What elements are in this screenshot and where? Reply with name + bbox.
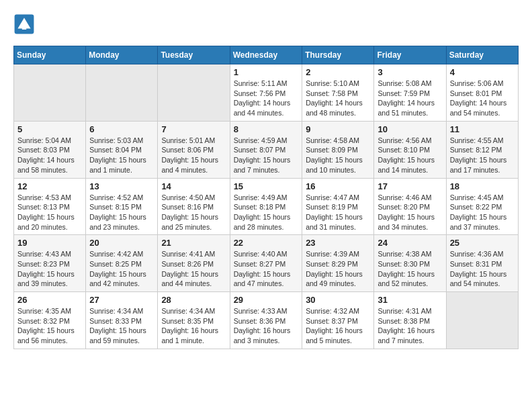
page-header — [13, 13, 519, 35]
logo — [13, 13, 38, 35]
day-cell: 29Sunrise: 4:33 AMSunset: 8:36 PMDayligh… — [230, 292, 302, 349]
week-row-2: 5Sunrise: 5:04 AMSunset: 8:03 PMDaylight… — [14, 121, 519, 178]
header-cell-thursday: Thursday — [302, 46, 374, 64]
day-info: Sunrise: 4:34 AMSunset: 8:35 PMDaylight:… — [161, 306, 226, 346]
day-info: Sunrise: 5:10 AMSunset: 7:58 PMDaylight:… — [306, 79, 370, 118]
day-number: 29 — [234, 295, 299, 305]
day-number: 18 — [450, 181, 515, 191]
day-cell: 6Sunrise: 5:03 AMSunset: 8:04 PMDaylight… — [86, 121, 158, 178]
day-cell: 14Sunrise: 4:50 AMSunset: 8:16 PMDayligh… — [158, 178, 230, 235]
day-number: 27 — [89, 295, 154, 305]
header-cell-friday: Friday — [374, 46, 446, 64]
calendar-header: SundayMondayTuesdayWednesdayThursdayFrid… — [14, 46, 519, 64]
day-cell: 26Sunrise: 4:35 AMSunset: 8:32 PMDayligh… — [14, 292, 86, 349]
day-info: Sunrise: 4:35 AMSunset: 8:32 PMDaylight:… — [17, 306, 82, 346]
day-info: Sunrise: 5:03 AMSunset: 8:04 PMDaylight:… — [89, 136, 154, 175]
day-number: 21 — [161, 238, 226, 248]
day-cell — [14, 64, 86, 122]
week-row-3: 12Sunrise: 4:53 AMSunset: 8:13 PMDayligh… — [14, 178, 519, 235]
day-cell — [86, 64, 158, 122]
day-info: Sunrise: 4:52 AMSunset: 8:15 PMDaylight:… — [89, 193, 154, 232]
day-number: 15 — [234, 181, 299, 191]
day-number: 4 — [450, 67, 515, 77]
svg-rect-2 — [22, 24, 26, 30]
day-info: Sunrise: 4:53 AMSunset: 8:13 PMDaylight:… — [17, 193, 82, 232]
day-number: 16 — [306, 181, 370, 191]
day-cell: 21Sunrise: 4:41 AMSunset: 8:26 PMDayligh… — [158, 235, 230, 292]
day-cell: 22Sunrise: 4:40 AMSunset: 8:27 PMDayligh… — [230, 235, 302, 292]
day-info: Sunrise: 4:36 AMSunset: 8:31 PMDaylight:… — [450, 249, 515, 289]
day-info: Sunrise: 4:38 AMSunset: 8:30 PMDaylight:… — [378, 249, 442, 289]
day-number: 14 — [161, 181, 226, 191]
calendar-body: 1Sunrise: 5:11 AMSunset: 7:56 PMDaylight… — [14, 64, 519, 349]
day-info: Sunrise: 4:50 AMSunset: 8:16 PMDaylight:… — [161, 193, 226, 232]
day-number: 31 — [378, 295, 442, 305]
day-info: Sunrise: 5:04 AMSunset: 8:03 PMDaylight:… — [17, 136, 82, 175]
day-info: Sunrise: 4:43 AMSunset: 8:23 PMDaylight:… — [17, 249, 82, 289]
day-number: 8 — [234, 124, 299, 134]
header-cell-monday: Monday — [86, 46, 158, 64]
day-number: 30 — [306, 295, 370, 305]
day-info: Sunrise: 4:41 AMSunset: 8:26 PMDaylight:… — [161, 249, 226, 289]
day-number: 23 — [306, 238, 370, 248]
day-number: 13 — [89, 181, 154, 191]
day-number: 7 — [161, 124, 226, 134]
day-cell: 10Sunrise: 4:56 AMSunset: 8:10 PMDayligh… — [374, 121, 446, 178]
day-info: Sunrise: 4:56 AMSunset: 8:10 PMDaylight:… — [378, 136, 442, 175]
day-info: Sunrise: 4:46 AMSunset: 8:20 PMDaylight:… — [378, 193, 442, 232]
day-cell: 17Sunrise: 4:46 AMSunset: 8:20 PMDayligh… — [374, 178, 446, 235]
day-cell: 11Sunrise: 4:55 AMSunset: 8:12 PMDayligh… — [446, 121, 518, 178]
day-number: 17 — [378, 181, 442, 191]
day-info: Sunrise: 5:08 AMSunset: 7:59 PMDaylight:… — [378, 79, 442, 118]
day-cell: 15Sunrise: 4:49 AMSunset: 8:18 PMDayligh… — [230, 178, 302, 235]
day-cell: 18Sunrise: 4:45 AMSunset: 8:22 PMDayligh… — [446, 178, 518, 235]
day-number: 6 — [89, 124, 154, 134]
day-number: 28 — [161, 295, 226, 305]
day-number: 10 — [378, 124, 442, 134]
day-cell: 16Sunrise: 4:47 AMSunset: 8:19 PMDayligh… — [302, 178, 374, 235]
day-cell: 13Sunrise: 4:52 AMSunset: 8:15 PMDayligh… — [86, 178, 158, 235]
day-info: Sunrise: 4:34 AMSunset: 8:33 PMDaylight:… — [89, 306, 154, 346]
day-number: 5 — [17, 124, 82, 134]
day-cell: 2Sunrise: 5:10 AMSunset: 7:58 PMDaylight… — [302, 64, 374, 122]
day-cell: 3Sunrise: 5:08 AMSunset: 7:59 PMDaylight… — [374, 64, 446, 122]
day-number: 19 — [17, 238, 82, 248]
day-cell — [158, 64, 230, 122]
day-number: 25 — [450, 238, 515, 248]
day-cell: 19Sunrise: 4:43 AMSunset: 8:23 PMDayligh… — [14, 235, 86, 292]
day-cell: 8Sunrise: 4:59 AMSunset: 8:07 PMDaylight… — [230, 121, 302, 178]
day-info: Sunrise: 4:55 AMSunset: 8:12 PMDaylight:… — [450, 136, 515, 175]
day-info: Sunrise: 4:58 AMSunset: 8:09 PMDaylight:… — [306, 136, 370, 175]
day-number: 12 — [17, 181, 82, 191]
day-cell — [446, 292, 518, 349]
day-number: 20 — [89, 238, 154, 248]
day-info: Sunrise: 4:59 AMSunset: 8:07 PMDaylight:… — [234, 136, 299, 175]
day-cell: 20Sunrise: 4:42 AMSunset: 8:25 PMDayligh… — [86, 235, 158, 292]
day-cell: 4Sunrise: 5:06 AMSunset: 8:01 PMDaylight… — [446, 64, 518, 122]
day-number: 3 — [378, 67, 442, 77]
day-info: Sunrise: 4:33 AMSunset: 8:36 PMDaylight:… — [234, 306, 299, 346]
day-info: Sunrise: 4:45 AMSunset: 8:22 PMDaylight:… — [450, 193, 515, 232]
day-info: Sunrise: 4:42 AMSunset: 8:25 PMDaylight:… — [89, 249, 154, 289]
day-info: Sunrise: 4:47 AMSunset: 8:19 PMDaylight:… — [306, 193, 370, 232]
day-number: 1 — [234, 67, 299, 77]
logo-icon — [13, 13, 35, 35]
day-cell: 5Sunrise: 5:04 AMSunset: 8:03 PMDaylight… — [14, 121, 86, 178]
header-cell-sunday: Sunday — [14, 46, 86, 64]
week-row-5: 26Sunrise: 4:35 AMSunset: 8:32 PMDayligh… — [14, 292, 519, 349]
calendar-table: SundayMondayTuesdayWednesdayThursdayFrid… — [13, 46, 519, 349]
day-cell: 27Sunrise: 4:34 AMSunset: 8:33 PMDayligh… — [86, 292, 158, 349]
day-cell: 12Sunrise: 4:53 AMSunset: 8:13 PMDayligh… — [14, 178, 86, 235]
day-info: Sunrise: 4:40 AMSunset: 8:27 PMDaylight:… — [234, 249, 299, 289]
day-cell: 1Sunrise: 5:11 AMSunset: 7:56 PMDaylight… — [230, 64, 302, 122]
header-cell-tuesday: Tuesday — [158, 46, 230, 64]
week-row-4: 19Sunrise: 4:43 AMSunset: 8:23 PMDayligh… — [14, 235, 519, 292]
day-cell: 28Sunrise: 4:34 AMSunset: 8:35 PMDayligh… — [158, 292, 230, 349]
day-cell: 30Sunrise: 4:32 AMSunset: 8:37 PMDayligh… — [302, 292, 374, 349]
day-info: Sunrise: 5:06 AMSunset: 8:01 PMDaylight:… — [450, 79, 515, 118]
header-cell-wednesday: Wednesday — [230, 46, 302, 64]
day-number: 9 — [306, 124, 370, 134]
day-info: Sunrise: 5:01 AMSunset: 8:06 PMDaylight:… — [161, 136, 226, 175]
day-info: Sunrise: 4:49 AMSunset: 8:18 PMDaylight:… — [234, 193, 299, 232]
day-number: 22 — [234, 238, 299, 248]
